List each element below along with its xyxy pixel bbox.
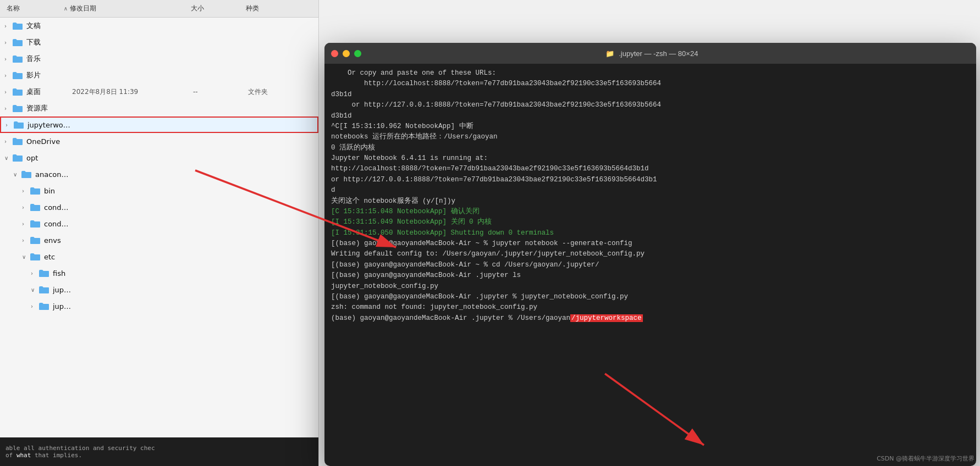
finder-row[interactable]: ›jupyter_notebook_config.d [0,298,318,314]
folder-icon [13,120,24,129]
chevron-icon: › [4,89,12,95]
chevron-icon: › [22,221,30,227]
finder-rows: ›文稿›下载›音乐›影片›桌面2022年8月8日 11:39--文件夹›资源库›… [0,18,318,437]
terminal-line: or http://127.0.0.1:8888/?token=7e77db91… [331,100,970,110]
chevron-icon: › [4,40,12,46]
row-name-label: envs [44,236,72,245]
terminal-line: [(base) gaoyan@gaoyandeMacBook-Air .jupy… [331,292,970,302]
terminal-line: Or copy and paste one of these URLs: [331,68,970,79]
folder-icon [30,203,41,212]
terminal-highlight: /jupyterworkspace [570,314,643,322]
finder-bottom-bar: able all authentication and security che… [0,437,318,466]
row-name-label: etc [44,253,72,261]
terminal-line: [(base) gaoyan@gaoyandeMacBook-Air ~ % j… [331,238,970,249]
folder-icon [38,269,49,278]
finder-row[interactable]: ∨etc [0,248,318,265]
col-name-header: 名称 [7,4,64,13]
sort-arrow-icon: ∧ [64,5,68,12]
finder-row[interactable]: ∨anaconda3 [0,166,318,182]
terminal-line: zsh: command not found: jupyter_notebook… [331,302,970,313]
row-name-label: 影片 [26,70,72,80]
finder-row[interactable]: ›影片 [0,67,318,84]
terminal-line: [I 15:31:15.049 NotebookApp] 关闭 0 内核 [331,217,970,228]
row-name-label: 音乐 [26,54,72,64]
row-name-label: jupyter [53,286,72,294]
row-name-label: jupyterworkspace [27,121,71,129]
folder-icon [12,153,23,162]
row-name-label: anaconda3 [35,170,72,179]
terminal-line: Writing default config to: /Users/gaoyan… [331,249,970,259]
chevron-icon: ∨ [22,254,30,260]
date-col-label: 修改日期 [70,4,96,12]
minimize-button[interactable] [343,50,350,57]
terminal-line: [(base) gaoyan@gaoyandeMacBook-Air .jupy… [331,270,970,281]
finder-row[interactable]: ›fish [0,265,318,281]
row-size-label: -- [193,88,248,96]
row-name-label: fish [53,269,72,278]
chevron-icon: › [4,56,12,62]
finder-row[interactable]: ›envs [0,232,318,248]
folder-icon [38,302,49,310]
row-name-label: OneDrive [26,137,72,146]
chevron-icon: › [4,23,12,29]
terminal-line: http://localhost:8888/?token=7e77db91baa… [331,164,970,174]
col-kind-header: 种类 [246,4,312,13]
maximize-button[interactable] [354,50,361,57]
chevron-icon: › [31,303,38,309]
finder-row[interactable]: ›condabin [0,215,318,232]
terminal-line-prefix: (base) gaoyan@gaoyandeMacBook-Air .jupyt… [331,314,570,322]
terminal-line: (base) gaoyan@gaoyandeMacBook-Air .jupyt… [331,313,970,324]
terminal-window[interactable]: 📁 .jupyter — -zsh — 80×24 Or copy and pa… [324,43,976,466]
chevron-icon: › [31,270,38,276]
terminal-line: 0 活跃的内核 [331,143,970,153]
folder-icon [30,219,41,228]
finder-row[interactable]: ›jupyterworkspace [0,116,318,133]
terminal-line: [C 15:31:15.048 NotebookApp] 确认关闭 [331,207,970,217]
folder-icon [12,87,23,96]
folder-icon [12,71,23,80]
finder-row[interactable]: ›conda-meta [0,199,318,215]
folder-icon [30,252,41,261]
kind-col-label: 种类 [246,4,259,12]
finder-row[interactable]: ∨jupyter [0,281,318,298]
row-name-label: 下载 [26,37,72,47]
chevron-icon: › [5,122,13,128]
terminal-title-folder-icon: 📁 [605,49,614,58]
chevron-icon: › [22,204,30,210]
folder-icon [12,38,23,47]
row-name-label: opt [26,154,72,162]
terminal-line: or http://127.0.0.1:8888/?token=7e77db91… [331,175,970,185]
finder-row[interactable]: ›OneDrive [0,133,318,149]
terminal-body[interactable]: Or copy and paste one of these URLs: htt… [324,64,976,466]
terminal-line: d [331,185,970,196]
finder-row[interactable]: ›bin [0,182,318,199]
chevron-icon: › [4,73,12,79]
folder-icon [12,21,23,30]
size-col-label: 大小 [191,4,204,12]
row-name-label: 资源库 [26,103,72,113]
chevron-icon: ∨ [31,287,38,293]
watermark-text: CSDN @骑着蜗牛半游深度学习世界 [877,455,975,462]
chevron-icon: › [22,188,30,194]
watermark: CSDN @骑着蜗牛半游深度学习世界 [877,454,975,463]
terminal-line: [(base) gaoyan@gaoyandeMacBook-Air ~ % c… [331,260,970,270]
folder-icon [21,170,32,179]
folder-icon [38,285,49,294]
chevron-icon: › [22,237,30,243]
finder-row[interactable]: ›桌面2022年8月8日 11:39--文件夹 [0,84,318,100]
finder-row[interactable]: ›资源库 [0,100,318,116]
chevron-icon: › [4,138,12,145]
terminal-line: d3b1d [331,90,970,100]
row-name-label: jupyter_notebook_config.d [53,302,72,310]
finder-header: 名称 ∧ 修改日期 大小 种类 [0,0,318,18]
finder-row[interactable]: ∨opt [0,149,318,166]
row-name-label: 桌面 [26,87,72,97]
finder-row[interactable]: ›音乐 [0,51,318,67]
terminal-line: Jupyter Notebook 6.4.11 is running at: [331,153,970,164]
folder-icon [12,137,23,146]
terminal-line: [I 15:31:15.050 NotebookApp] Shutting do… [331,228,970,238]
close-button[interactable] [331,50,338,57]
finder-row[interactable]: ›下载 [0,34,318,51]
folder-icon [12,104,23,113]
finder-row[interactable]: ›文稿 [0,18,318,34]
